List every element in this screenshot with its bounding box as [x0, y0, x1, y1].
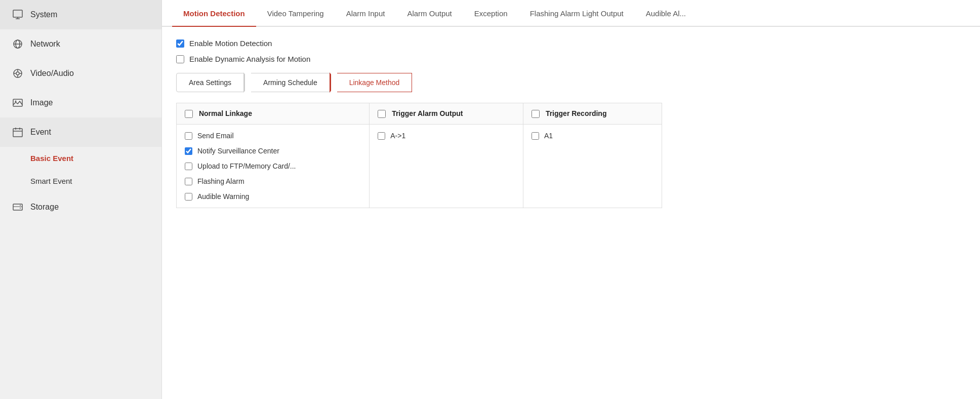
normal-linkage-audible-warning: Audible Warning — [185, 192, 361, 201]
sidebar-label-event: Event — [30, 128, 51, 137]
trigger-recording-a1-checkbox[interactable] — [532, 132, 539, 140]
linkage-table: Normal Linkage Trigger Alarm Output Trig… — [176, 103, 662, 208]
sub-tab-area-settings[interactable]: Area Settings — [176, 73, 244, 92]
normal-linkage-notify-surveillance: Notify Surveillance Center — [185, 147, 361, 155]
normal-linkage-send-email: Send Email — [185, 132, 361, 140]
svg-point-7 — [16, 72, 19, 75]
tab-alarm-input[interactable]: Alarm Input — [335, 1, 396, 27]
audible-warning-checkbox[interactable] — [185, 193, 192, 201]
svg-rect-0 — [13, 10, 22, 17]
sidebar-sub-item-basic-event[interactable]: Basic Event — [0, 147, 161, 170]
main-content: Motion Detection Video Tampering Alarm I… — [162, 0, 980, 399]
sub-tab-arming-schedule[interactable]: Arming Schedule — [251, 73, 330, 92]
image-icon — [12, 97, 23, 108]
col-header-normal-linkage: Normal Linkage — [177, 103, 370, 125]
svg-point-13 — [15, 101, 17, 102]
trigger-recording-cell: A1 — [523, 125, 662, 208]
upload-ftp-checkbox[interactable] — [185, 163, 192, 170]
sidebar: System Network Video/Audio — [0, 0, 162, 399]
enable-motion-detection-row: Enable Motion Detection — [176, 39, 966, 48]
sidebar-item-image[interactable]: Image — [0, 88, 161, 117]
notify-surveillance-checkbox[interactable] — [185, 147, 192, 155]
trigger-alarm-output-cell: A->1 — [370, 125, 523, 208]
col-header-trigger-alarm-output: Trigger Alarm Output — [370, 103, 523, 125]
sidebar-sub-item-smart-event[interactable]: Smart Event — [0, 170, 161, 192]
sidebar-item-video-audio[interactable]: Video/Audio — [0, 59, 161, 88]
sidebar-label-network: Network — [30, 39, 60, 49]
sub-tab-bar: Area Settings Arming Schedule Linkage Me… — [176, 72, 966, 93]
enable-dynamic-analysis-row: Enable Dynamic Analysis for Motion — [176, 55, 966, 63]
sidebar-item-network[interactable]: Network — [0, 29, 161, 59]
enable-dynamic-analysis-label[interactable]: Enable Dynamic Analysis for Motion — [189, 55, 310, 63]
sidebar-label-image: Image — [30, 98, 53, 107]
video-audio-icon — [12, 68, 23, 79]
tab-motion-detection[interactable]: Motion Detection — [172, 1, 256, 27]
trigger-alarm-a1: A->1 — [378, 132, 515, 140]
tab-flashing-alarm-light-output[interactable]: Flashing Alarm Light Output — [519, 1, 635, 27]
enable-motion-detection-label[interactable]: Enable Motion Detection — [189, 39, 272, 48]
system-icon — [12, 9, 23, 20]
svg-point-21 — [20, 208, 21, 209]
trigger-recording-a1: A1 — [532, 132, 654, 140]
sidebar-label-storage: Storage — [30, 203, 59, 212]
sidebar-label-system: System — [30, 10, 57, 19]
sidebar-label-video-audio: Video/Audio — [30, 69, 74, 78]
sidebar-sub-label-smart-event: Smart Event — [30, 177, 72, 185]
tab-exception[interactable]: Exception — [463, 1, 519, 27]
tab-bar: Motion Detection Video Tampering Alarm I… — [162, 0, 980, 27]
sub-tab-linkage-method[interactable]: Linkage Method — [337, 73, 413, 92]
sidebar-item-system[interactable]: System — [0, 0, 161, 29]
sidebar-item-event[interactable]: Event — [0, 117, 161, 147]
svg-rect-14 — [13, 129, 22, 137]
col-header-trigger-recording: Trigger Recording — [523, 103, 662, 125]
enable-dynamic-analysis-checkbox[interactable] — [176, 55, 184, 63]
tab-alarm-output[interactable]: Alarm Output — [396, 1, 463, 27]
storage-icon — [12, 202, 23, 213]
content-area: Enable Motion Detection Enable Dynamic A… — [162, 27, 980, 399]
tab-audible-alarm[interactable]: Audible Al... — [635, 1, 697, 27]
trigger-alarm-a1-checkbox[interactable] — [378, 132, 385, 140]
network-icon — [12, 38, 23, 50]
svg-rect-18 — [13, 204, 22, 210]
sidebar-item-storage[interactable]: Storage — [0, 192, 161, 222]
sidebar-sub-label-basic-event: Basic Event — [30, 154, 73, 163]
normal-linkage-cell: Send Email Notify Surveillance Center Up… — [177, 125, 370, 208]
normal-linkage-upload-ftp: Upload to FTP/Memory Card/... — [185, 162, 361, 170]
trigger-recording-header-checkbox[interactable] — [532, 110, 540, 118]
trigger-alarm-output-header-checkbox[interactable] — [378, 110, 386, 118]
svg-point-20 — [20, 205, 21, 206]
enable-motion-detection-checkbox[interactable] — [176, 39, 184, 48]
tab-video-tampering[interactable]: Video Tampering — [256, 1, 335, 27]
send-email-checkbox[interactable] — [185, 132, 192, 140]
normal-linkage-flashing-alarm: Flashing Alarm — [185, 177, 361, 185]
normal-linkage-header-checkbox[interactable] — [185, 110, 193, 118]
flashing-alarm-checkbox[interactable] — [185, 178, 192, 185]
event-icon — [12, 127, 23, 138]
